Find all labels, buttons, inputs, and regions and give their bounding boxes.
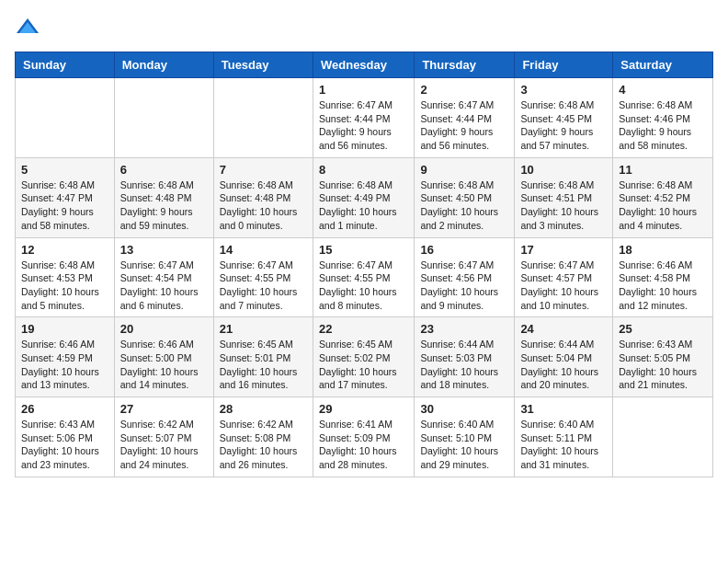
day-number: 19 [21, 322, 108, 336]
calendar-cell: 11 Sunrise: 6:48 AMSunset: 4:52 PMDaylig… [613, 157, 713, 237]
logo-icon [15, 15, 40, 40]
day-info: Sunrise: 6:44 AMSunset: 5:04 PMDaylight:… [520, 339, 598, 390]
day-number: 2 [420, 83, 508, 97]
calendar-cell: 3 Sunrise: 6:48 AMSunset: 4:45 PMDayligh… [515, 78, 613, 158]
day-number: 5 [21, 163, 108, 177]
day-info: Sunrise: 6:43 AMSunset: 5:05 PMDaylight:… [619, 339, 697, 390]
calendar-cell: 23 Sunrise: 6:44 AMSunset: 5:03 PMDaylig… [415, 317, 515, 397]
calendar-cell: 30 Sunrise: 6:40 AMSunset: 5:10 PMDaylig… [415, 397, 515, 477]
day-info: Sunrise: 6:47 AMSunset: 4:44 PMDaylight:… [420, 99, 494, 151]
calendar-cell: 20 Sunrise: 6:46 AMSunset: 5:00 PMDaylig… [114, 317, 213, 397]
day-number: 17 [520, 243, 607, 257]
calendar-week-row: 19 Sunrise: 6:46 AMSunset: 4:59 PMDaylig… [16, 317, 713, 397]
day-number: 6 [120, 163, 208, 177]
calendar-cell [613, 397, 713, 477]
weekday-header-tuesday: Tuesday [213, 52, 313, 78]
day-info: Sunrise: 6:48 AMSunset: 4:47 PMDaylight:… [21, 179, 95, 231]
calendar-cell: 19 Sunrise: 6:46 AMSunset: 4:59 PMDaylig… [16, 317, 115, 397]
day-info: Sunrise: 6:46 AMSunset: 4:58 PMDaylight:… [619, 259, 697, 311]
calendar-cell: 9 Sunrise: 6:48 AMSunset: 4:50 PMDayligh… [415, 157, 515, 237]
day-info: Sunrise: 6:48 AMSunset: 4:46 PMDaylight:… [619, 99, 692, 151]
weekday-header-monday: Monday [114, 52, 213, 78]
calendar-cell: 29 Sunrise: 6:41 AMSunset: 5:09 PMDaylig… [313, 397, 414, 477]
day-number: 8 [319, 163, 408, 177]
calendar-cell: 25 Sunrise: 6:43 AMSunset: 5:05 PMDaylig… [613, 317, 713, 397]
calendar-table: SundayMondayTuesdayWednesdayThursdayFrid… [15, 52, 713, 477]
calendar-cell: 4 Sunrise: 6:48 AMSunset: 4:46 PMDayligh… [613, 78, 713, 158]
calendar-week-row: 26 Sunrise: 6:43 AMSunset: 5:06 PMDaylig… [16, 397, 713, 477]
day-info: Sunrise: 6:48 AMSunset: 4:48 PMDaylight:… [120, 179, 194, 231]
calendar-cell: 18 Sunrise: 6:46 AMSunset: 4:58 PMDaylig… [613, 237, 713, 317]
weekday-header-row: SundayMondayTuesdayWednesdayThursdayFrid… [16, 52, 713, 78]
day-info: Sunrise: 6:48 AMSunset: 4:48 PMDaylight:… [220, 179, 298, 231]
day-info: Sunrise: 6:47 AMSunset: 4:55 PMDaylight:… [220, 259, 298, 311]
day-number: 29 [319, 402, 408, 416]
day-info: Sunrise: 6:47 AMSunset: 4:44 PMDaylight:… [319, 99, 392, 151]
logo [15, 15, 44, 40]
day-info: Sunrise: 6:47 AMSunset: 4:57 PMDaylight:… [520, 259, 598, 311]
day-number: 23 [420, 322, 508, 336]
weekday-header-thursday: Thursday [415, 52, 515, 78]
day-info: Sunrise: 6:47 AMSunset: 4:55 PMDaylight:… [319, 259, 397, 311]
day-number: 25 [619, 322, 707, 336]
day-number: 13 [120, 243, 208, 257]
day-number: 15 [319, 243, 408, 257]
day-info: Sunrise: 6:42 AMSunset: 5:07 PMDaylight:… [120, 419, 199, 470]
day-info: Sunrise: 6:44 AMSunset: 5:03 PMDaylight:… [420, 339, 498, 390]
day-number: 12 [21, 243, 108, 257]
calendar-cell: 22 Sunrise: 6:45 AMSunset: 5:02 PMDaylig… [313, 317, 414, 397]
calendar-cell: 15 Sunrise: 6:47 AMSunset: 4:55 PMDaylig… [313, 237, 414, 317]
day-info: Sunrise: 6:42 AMSunset: 5:08 PMDaylight:… [220, 419, 298, 470]
day-number: 27 [120, 402, 208, 416]
day-info: Sunrise: 6:48 AMSunset: 4:45 PMDaylight:… [520, 99, 594, 151]
calendar-cell: 21 Sunrise: 6:45 AMSunset: 5:01 PMDaylig… [213, 317, 313, 397]
day-number: 18 [619, 243, 707, 257]
calendar-cell: 7 Sunrise: 6:48 AMSunset: 4:48 PMDayligh… [213, 157, 313, 237]
calendar-cell [114, 78, 213, 158]
day-number: 9 [420, 163, 508, 177]
calendar-cell: 12 Sunrise: 6:48 AMSunset: 4:53 PMDaylig… [16, 237, 115, 317]
calendar-cell: 6 Sunrise: 6:48 AMSunset: 4:48 PMDayligh… [114, 157, 213, 237]
calendar-cell: 28 Sunrise: 6:42 AMSunset: 5:08 PMDaylig… [213, 397, 313, 477]
day-info: Sunrise: 6:41 AMSunset: 5:09 PMDaylight:… [319, 419, 397, 470]
day-number: 16 [420, 243, 508, 257]
calendar-cell: 5 Sunrise: 6:48 AMSunset: 4:47 PMDayligh… [16, 157, 115, 237]
day-info: Sunrise: 6:45 AMSunset: 5:01 PMDaylight:… [220, 339, 298, 390]
day-info: Sunrise: 6:48 AMSunset: 4:50 PMDaylight:… [420, 179, 498, 231]
day-info: Sunrise: 6:40 AMSunset: 5:10 PMDaylight:… [420, 419, 498, 470]
day-number: 3 [520, 83, 607, 97]
calendar-cell [213, 78, 313, 158]
weekday-header-friday: Friday [515, 52, 613, 78]
day-number: 4 [619, 83, 707, 97]
calendar-week-row: 12 Sunrise: 6:48 AMSunset: 4:53 PMDaylig… [16, 237, 713, 317]
calendar-cell: 10 Sunrise: 6:48 AMSunset: 4:51 PMDaylig… [515, 157, 613, 237]
calendar-cell: 17 Sunrise: 6:47 AMSunset: 4:57 PMDaylig… [515, 237, 613, 317]
day-info: Sunrise: 6:47 AMSunset: 4:54 PMDaylight:… [120, 259, 199, 311]
day-number: 11 [619, 163, 707, 177]
weekday-header-saturday: Saturday [613, 52, 713, 78]
calendar-cell: 16 Sunrise: 6:47 AMSunset: 4:56 PMDaylig… [415, 237, 515, 317]
weekday-header-wednesday: Wednesday [313, 52, 414, 78]
day-info: Sunrise: 6:46 AMSunset: 4:59 PMDaylight:… [21, 339, 99, 390]
day-info: Sunrise: 6:46 AMSunset: 5:00 PMDaylight:… [120, 339, 199, 390]
day-info: Sunrise: 6:43 AMSunset: 5:06 PMDaylight:… [21, 419, 99, 470]
day-info: Sunrise: 6:48 AMSunset: 4:51 PMDaylight:… [520, 179, 598, 231]
day-info: Sunrise: 6:48 AMSunset: 4:53 PMDaylight:… [21, 259, 99, 311]
day-number: 26 [21, 402, 108, 416]
day-number: 24 [520, 322, 607, 336]
day-number: 30 [420, 402, 508, 416]
calendar-cell [16, 78, 115, 158]
day-number: 10 [520, 163, 607, 177]
day-number: 22 [319, 322, 408, 336]
calendar-cell: 13 Sunrise: 6:47 AMSunset: 4:54 PMDaylig… [114, 237, 213, 317]
calendar-cell: 8 Sunrise: 6:48 AMSunset: 4:49 PMDayligh… [313, 157, 414, 237]
day-number: 7 [220, 163, 307, 177]
day-number: 14 [220, 243, 307, 257]
calendar-cell: 31 Sunrise: 6:40 AMSunset: 5:11 PMDaylig… [515, 397, 613, 477]
day-info: Sunrise: 6:48 AMSunset: 4:52 PMDaylight:… [619, 179, 697, 231]
calendar-cell: 24 Sunrise: 6:44 AMSunset: 5:04 PMDaylig… [515, 317, 613, 397]
day-info: Sunrise: 6:40 AMSunset: 5:11 PMDaylight:… [520, 419, 598, 470]
day-number: 20 [120, 322, 208, 336]
calendar-cell: 2 Sunrise: 6:47 AMSunset: 4:44 PMDayligh… [415, 78, 515, 158]
day-number: 21 [220, 322, 307, 336]
